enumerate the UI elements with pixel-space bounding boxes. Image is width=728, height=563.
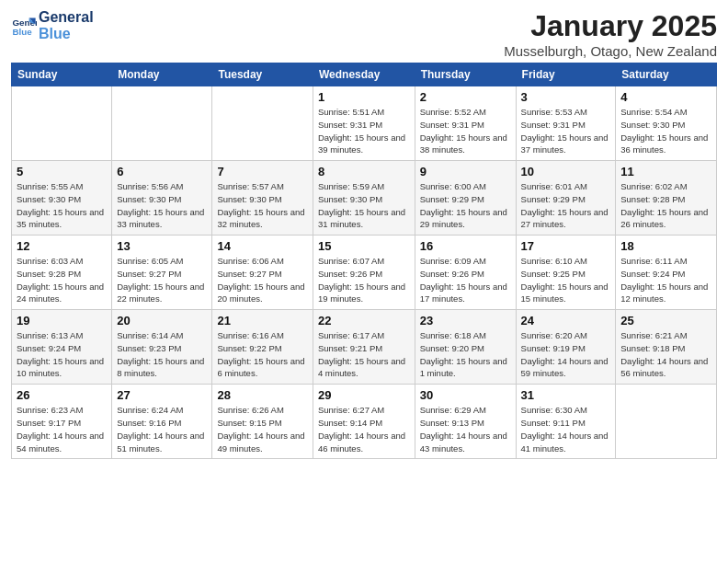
day-number: 19 <box>17 314 107 327</box>
table-row: 27Sunrise: 6:24 AM Sunset: 9:16 PM Dayli… <box>112 385 212 459</box>
day-number: 2 <box>420 90 511 104</box>
day-number: 4 <box>620 90 711 104</box>
table-row: 22Sunrise: 6:17 AM Sunset: 9:21 PM Dayli… <box>313 310 415 385</box>
table-row: 3Sunrise: 5:53 AM Sunset: 9:31 PM Daylig… <box>516 86 616 161</box>
location: Musselburgh, Otago, New Zealand <box>504 43 717 59</box>
table-row: 25Sunrise: 6:21 AM Sunset: 9:18 PM Dayli… <box>616 310 717 385</box>
page-container: General Blue General Blue January 2025 M… <box>0 0 728 466</box>
table-row: 12Sunrise: 6:03 AM Sunset: 9:28 PM Dayli… <box>12 236 112 310</box>
day-number: 27 <box>117 388 207 402</box>
day-info: Sunrise: 6:24 AM Sunset: 9:16 PM Dayligh… <box>117 404 207 454</box>
day-info: Sunrise: 5:51 AM Sunset: 9:31 PM Dayligh… <box>318 106 410 156</box>
table-row: 14Sunrise: 6:06 AM Sunset: 9:27 PM Dayli… <box>212 236 313 310</box>
week-row-3: 12Sunrise: 6:03 AM Sunset: 9:28 PM Dayli… <box>12 236 717 310</box>
table-row: 1Sunrise: 5:51 AM Sunset: 9:31 PM Daylig… <box>313 86 415 161</box>
day-number: 14 <box>217 239 307 253</box>
day-number: 6 <box>117 165 207 178</box>
day-number: 28 <box>217 388 307 402</box>
day-info: Sunrise: 5:56 AM Sunset: 9:30 PM Dayligh… <box>117 180 207 231</box>
header: General Blue General Blue January 2025 M… <box>11 9 717 59</box>
table-row: 11Sunrise: 6:02 AM Sunset: 9:28 PM Dayli… <box>616 161 717 236</box>
day-number: 15 <box>318 239 410 253</box>
logo-line1: General <box>39 9 94 26</box>
table-row: 26Sunrise: 6:23 AM Sunset: 9:17 PM Dayli… <box>12 385 112 459</box>
table-row: 31Sunrise: 6:30 AM Sunset: 9:11 PM Dayli… <box>516 385 616 459</box>
day-info: Sunrise: 6:02 AM Sunset: 9:28 PM Dayligh… <box>620 180 711 231</box>
day-info: Sunrise: 5:57 AM Sunset: 9:30 PM Dayligh… <box>217 180 307 231</box>
table-row: 9Sunrise: 6:00 AM Sunset: 9:29 PM Daylig… <box>415 161 516 236</box>
month-title: January 2025 <box>504 9 717 43</box>
day-number: 30 <box>420 388 511 402</box>
table-row: 4Sunrise: 5:54 AM Sunset: 9:30 PM Daylig… <box>616 86 717 161</box>
header-saturday: Saturday <box>616 63 717 86</box>
day-info: Sunrise: 6:27 AM Sunset: 9:14 PM Dayligh… <box>318 404 410 454</box>
table-row: 28Sunrise: 6:26 AM Sunset: 9:15 PM Dayli… <box>212 385 313 459</box>
day-info: Sunrise: 6:09 AM Sunset: 9:26 PM Dayligh… <box>420 255 511 305</box>
day-info: Sunrise: 6:01 AM Sunset: 9:29 PM Dayligh… <box>521 180 611 231</box>
header-wednesday: Wednesday <box>313 63 415 86</box>
logo: General Blue General Blue <box>11 9 94 41</box>
day-number: 16 <box>420 239 511 253</box>
day-info: Sunrise: 5:59 AM Sunset: 9:30 PM Dayligh… <box>318 180 410 231</box>
table-row: 8Sunrise: 5:59 AM Sunset: 9:30 PM Daylig… <box>313 161 415 236</box>
header-tuesday: Tuesday <box>212 63 313 86</box>
day-info: Sunrise: 5:54 AM Sunset: 9:30 PM Dayligh… <box>620 106 711 156</box>
title-block: January 2025 Musselburgh, Otago, New Zea… <box>504 9 717 59</box>
day-info: Sunrise: 6:05 AM Sunset: 9:27 PM Dayligh… <box>117 255 207 305</box>
day-number: 29 <box>318 388 410 402</box>
day-number: 18 <box>620 239 711 253</box>
week-row-2: 5Sunrise: 5:55 AM Sunset: 9:30 PM Daylig… <box>12 161 717 236</box>
table-row: 30Sunrise: 6:29 AM Sunset: 9:13 PM Dayli… <box>415 385 516 459</box>
day-number: 7 <box>217 165 307 178</box>
day-number: 10 <box>521 165 611 178</box>
day-number: 24 <box>521 314 611 327</box>
table-row: 6Sunrise: 5:56 AM Sunset: 9:30 PM Daylig… <box>112 161 212 236</box>
day-info: Sunrise: 6:21 AM Sunset: 9:18 PM Dayligh… <box>620 329 711 380</box>
table-row: 19Sunrise: 6:13 AM Sunset: 9:24 PM Dayli… <box>12 310 112 385</box>
table-row: 15Sunrise: 6:07 AM Sunset: 9:26 PM Dayli… <box>313 236 415 310</box>
header-monday: Monday <box>112 63 212 86</box>
weekday-header-row: Sunday Monday Tuesday Wednesday Thursday… <box>12 63 717 86</box>
day-info: Sunrise: 6:06 AM Sunset: 9:27 PM Dayligh… <box>217 255 307 305</box>
logo-icon: General Blue <box>11 13 37 39</box>
day-number: 26 <box>17 388 107 402</box>
day-info: Sunrise: 6:30 AM Sunset: 9:11 PM Dayligh… <box>521 404 611 454</box>
table-row: 13Sunrise: 6:05 AM Sunset: 9:27 PM Dayli… <box>112 236 212 310</box>
week-row-5: 26Sunrise: 6:23 AM Sunset: 9:17 PM Dayli… <box>12 385 717 459</box>
day-number: 23 <box>420 314 511 327</box>
day-info: Sunrise: 6:03 AM Sunset: 9:28 PM Dayligh… <box>17 255 107 305</box>
day-number: 17 <box>521 239 611 253</box>
day-info: Sunrise: 6:14 AM Sunset: 9:23 PM Dayligh… <box>117 329 207 380</box>
table-row: 2Sunrise: 5:52 AM Sunset: 9:31 PM Daylig… <box>415 86 516 161</box>
day-info: Sunrise: 6:00 AM Sunset: 9:29 PM Dayligh… <box>420 180 511 231</box>
day-info: Sunrise: 6:18 AM Sunset: 9:20 PM Dayligh… <box>420 329 511 380</box>
table-row <box>616 385 717 459</box>
day-number: 22 <box>318 314 410 327</box>
day-info: Sunrise: 6:20 AM Sunset: 9:19 PM Dayligh… <box>521 329 611 380</box>
day-info: Sunrise: 6:11 AM Sunset: 9:24 PM Dayligh… <box>620 255 711 305</box>
svg-text:Blue: Blue <box>12 26 32 36</box>
day-info: Sunrise: 5:55 AM Sunset: 9:30 PM Dayligh… <box>17 180 107 231</box>
day-info: Sunrise: 6:26 AM Sunset: 9:15 PM Dayligh… <box>217 404 307 454</box>
header-sunday: Sunday <box>12 63 112 86</box>
day-number: 20 <box>117 314 207 327</box>
table-row: 20Sunrise: 6:14 AM Sunset: 9:23 PM Dayli… <box>112 310 212 385</box>
day-info: Sunrise: 6:13 AM Sunset: 9:24 PM Dayligh… <box>17 329 107 380</box>
table-row: 29Sunrise: 6:27 AM Sunset: 9:14 PM Dayli… <box>313 385 415 459</box>
table-row <box>212 86 313 161</box>
day-info: Sunrise: 6:16 AM Sunset: 9:22 PM Dayligh… <box>217 329 307 380</box>
table-row: 21Sunrise: 6:16 AM Sunset: 9:22 PM Dayli… <box>212 310 313 385</box>
day-number: 3 <box>521 90 611 104</box>
day-number: 13 <box>117 239 207 253</box>
day-number: 8 <box>318 165 410 178</box>
table-row: 23Sunrise: 6:18 AM Sunset: 9:20 PM Dayli… <box>415 310 516 385</box>
day-info: Sunrise: 6:29 AM Sunset: 9:13 PM Dayligh… <box>420 404 511 454</box>
table-row: 7Sunrise: 5:57 AM Sunset: 9:30 PM Daylig… <box>212 161 313 236</box>
week-row-4: 19Sunrise: 6:13 AM Sunset: 9:24 PM Dayli… <box>12 310 717 385</box>
table-row: 16Sunrise: 6:09 AM Sunset: 9:26 PM Dayli… <box>415 236 516 310</box>
day-number: 25 <box>620 314 711 327</box>
week-row-1: 1Sunrise: 5:51 AM Sunset: 9:31 PM Daylig… <box>12 86 717 161</box>
day-number: 9 <box>420 165 511 178</box>
day-info: Sunrise: 6:23 AM Sunset: 9:17 PM Dayligh… <box>17 404 107 454</box>
day-info: Sunrise: 6:17 AM Sunset: 9:21 PM Dayligh… <box>318 329 410 380</box>
